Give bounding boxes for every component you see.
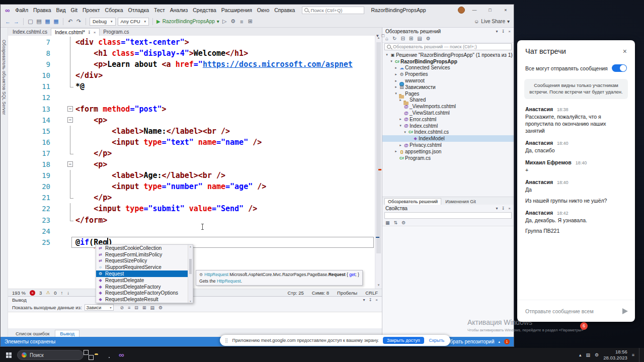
close-icon[interactable]: × xyxy=(508,29,511,34)
completion-item[interactable]: ◆RequestDelegateFactory xyxy=(96,284,188,290)
menu-item[interactable]: Сборка xyxy=(103,7,126,14)
pin-icon[interactable]: ↧ xyxy=(502,206,505,211)
warning-icon[interactable]: ⚠ xyxy=(46,290,50,295)
collapsed-arrow-icon[interactable]: ▸ xyxy=(393,72,398,76)
categorized-icon[interactable]: ▦ xyxy=(385,220,390,225)
menu-item[interactable]: Расширения xyxy=(219,7,255,14)
zoom-level-dropdown[interactable]: 193 % xyxy=(12,290,26,296)
completion-item[interactable]: ⇄RequestCookieCollection xyxy=(96,245,188,251)
completion-item[interactable]: ◆RequestDelegate xyxy=(96,277,188,284)
menu-item[interactable]: Средства xyxy=(190,7,219,14)
word-wrap-icon[interactable]: ≡ xyxy=(128,305,130,310)
code-text[interactable]: </p> xyxy=(75,192,375,203)
save-icon[interactable]: ▦ xyxy=(44,18,51,25)
editor-scrollbar[interactable]: ▴ ▾ xyxy=(375,36,382,289)
completion-item[interactable]: ⇄RequestSizePolicy xyxy=(96,258,188,264)
prev-issue-icon[interactable]: ↑ xyxy=(61,290,63,296)
code-text[interactable]: <p> xyxy=(75,159,375,170)
taskbar-clock[interactable]: 18:56 28.03.2023 xyxy=(603,349,627,361)
close-icon[interactable]: × xyxy=(508,206,511,211)
gear-icon[interactable]: ⚙ xyxy=(426,36,431,41)
platform-dropdown[interactable]: Any CPU ▾ xyxy=(118,18,149,26)
code-text[interactable]: <input type="text" name="name" /> xyxy=(75,137,375,148)
scroll-down-icon[interactable]: ▾ xyxy=(375,283,382,289)
gear-icon[interactable]: ⚙ xyxy=(158,305,163,310)
tree-item[interactable]: ▸☁Connected Services xyxy=(382,65,514,71)
open-file-icon[interactable]: ▤ xyxy=(36,18,42,25)
tree-item[interactable]: ▸@Privacy.cshtml xyxy=(382,142,514,148)
scroll-up-icon[interactable]: ▴ xyxy=(188,245,193,248)
collapse-button[interactable]: − xyxy=(67,106,73,112)
close-icon[interactable]: × xyxy=(375,298,378,302)
doc-tab[interactable]: Program.cs xyxy=(100,28,132,36)
repo-selector[interactable]: Выбрать репозиторий xyxy=(443,339,495,344)
tree-item[interactable]: ◆IndexModel xyxy=(382,135,514,142)
doc-tab[interactable]: Index.cshtml.cs xyxy=(9,28,51,36)
tree-item[interactable]: ▾C#Index.cshtml.cs xyxy=(382,129,514,136)
attach-icon[interactable]: ⊞ xyxy=(247,18,254,25)
chevron-down-icon[interactable]: ▾ xyxy=(363,298,365,302)
collapse-button[interactable]: − xyxy=(67,161,73,167)
expanded-arrow-icon[interactable]: ▾ xyxy=(403,130,408,134)
outline-icon[interactable]: ≡ xyxy=(238,19,245,25)
tree-item[interactable]: ▾C#RazorBindingPropsApp xyxy=(382,58,514,65)
clear-output-icon[interactable]: ⊘ xyxy=(120,305,124,310)
output-source-dropdown[interactable]: Зависи ▾ xyxy=(85,304,114,311)
pin-icon[interactable]: ↧ xyxy=(502,29,505,34)
close-icon[interactable]: × xyxy=(94,30,96,35)
expand-all-icon[interactable]: ⊞ xyxy=(142,305,146,310)
list-icon[interactable]: ▤ xyxy=(150,305,154,310)
popup-scrollbar[interactable]: ▴ ▾ xyxy=(188,245,193,303)
collapsed-arrow-icon[interactable]: ▸ xyxy=(393,79,398,83)
eol-indicator[interactable]: CRLF xyxy=(365,290,378,296)
scroll-down-icon[interactable]: ▾ xyxy=(188,300,193,303)
notification-badge[interactable]: 1 xyxy=(504,339,510,344)
float-window-icon[interactable]: □ xyxy=(382,33,384,38)
start-button[interactable] xyxy=(0,352,17,358)
sync-icon[interactable]: ↻ xyxy=(392,36,396,41)
drag-handle-icon[interactable]: ⣿ xyxy=(225,338,228,343)
menu-item[interactable]: Справка xyxy=(272,7,297,14)
chat-input[interactable]: Отправьте сообщение всем xyxy=(517,300,635,322)
tray-settings-icon[interactable]: ⚙ xyxy=(595,352,599,357)
sql-server-object-explorer-tab[interactable]: Обозреватель объектов SQL Server xyxy=(1,28,8,337)
minimize-button[interactable]: — xyxy=(468,8,480,13)
pin-icon[interactable]: ↧ xyxy=(88,30,91,35)
code-text[interactable]: <p>Learn about <a href="https://docs.mic… xyxy=(75,59,375,70)
properties-object-dropdown[interactable] xyxy=(384,212,512,219)
taskbar-search-box[interactable]: Поиск xyxy=(17,350,84,360)
chevron-down-icon[interactable]: ▾ xyxy=(496,29,498,34)
tree-item[interactable]: ▾▣Решение "RazorBindingPropsApp" (1 прое… xyxy=(382,52,514,58)
collapsed-arrow-icon[interactable]: ▸ xyxy=(398,143,403,147)
code-text[interactable]: <input type="submit" value="Send" /> xyxy=(75,203,375,214)
navigate-back-icon[interactable]: ← xyxy=(5,19,11,25)
next-issue-icon[interactable]: ↓ xyxy=(67,290,69,296)
send-icon[interactable] xyxy=(622,308,628,314)
tree-item[interactable]: ▾Pages xyxy=(382,90,514,97)
visual-studio-icon[interactable]: ∞ xyxy=(119,350,124,359)
stop-sharing-button[interactable]: Закрыть доступ xyxy=(383,337,424,344)
quick-search-box[interactable]: Поиск (Ctrl+Q) xyxy=(302,7,364,14)
doc-tab[interactable]: Index.cshtml*↧× xyxy=(51,28,100,36)
code-text[interactable]: </form> xyxy=(75,215,375,226)
menu-item[interactable]: Git xyxy=(68,7,80,14)
code-text[interactable]: <form method="post"> xyxy=(75,104,375,115)
maximize-button[interactable]: □ xyxy=(484,8,496,13)
collapsed-arrow-icon[interactable]: ▸ xyxy=(398,98,403,102)
redo-icon[interactable]: ↷ xyxy=(75,18,82,25)
save-all-icon[interactable]: ▦ xyxy=(53,18,59,25)
collapsed-arrow-icon[interactable]: ▸ xyxy=(398,117,403,121)
solution-search-box[interactable]: Обозреватель решений — поиск (Ctrl+;) xyxy=(384,43,512,50)
tree-item[interactable]: C#Program.cs xyxy=(382,155,514,161)
tab-list-chevron-icon[interactable]: ▾ xyxy=(376,33,379,38)
code-text[interactable]: <div class="text-center"> xyxy=(75,37,375,48)
close-button[interactable]: × xyxy=(500,8,512,13)
bottom-tab[interactable]: Список ошибок xyxy=(11,330,54,337)
action-center-icon[interactable]: ≡ xyxy=(632,352,634,357)
menu-item[interactable]: Проект xyxy=(80,7,103,14)
tree-item[interactable]: ▸@Error.cshtml xyxy=(382,116,514,123)
show-desktop-button[interactable] xyxy=(639,348,641,362)
expand-all-icon[interactable]: ⊞ xyxy=(409,36,413,41)
collapsed-arrow-icon[interactable]: ▸ xyxy=(393,149,398,153)
scrollbar-thumb[interactable] xyxy=(189,259,192,274)
